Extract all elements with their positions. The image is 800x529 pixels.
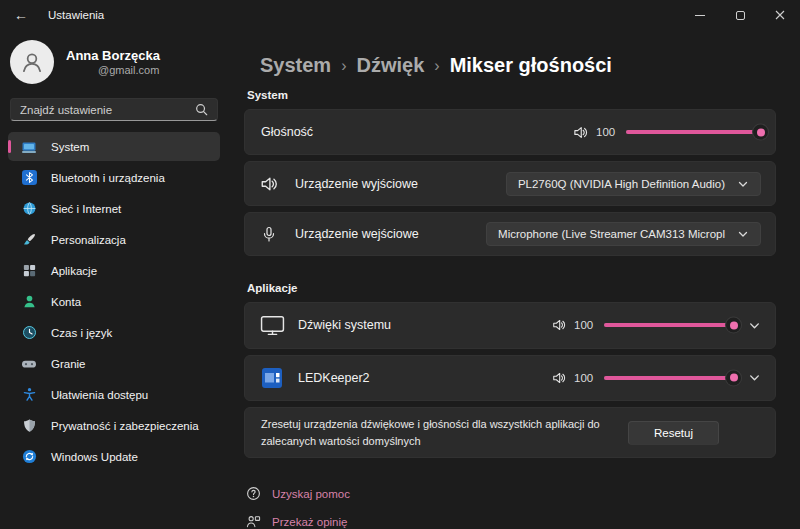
- ledkeeper-expander[interactable]: [748, 371, 761, 384]
- close-icon: [775, 10, 785, 20]
- chevron-down-icon: [737, 178, 749, 190]
- clock-icon: [21, 325, 37, 341]
- sidebar-item-label: System: [51, 141, 89, 153]
- volume-row: Głośność 100: [244, 109, 776, 155]
- sidebar: Anna Borzęcka @gmail.com System: [0, 30, 232, 529]
- get-help-link[interactable]: Uzyskaj pomoc: [246, 486, 776, 501]
- feedback-label: Przekaż opinię: [272, 516, 347, 528]
- chevron-down-icon: [737, 228, 749, 240]
- section-label-apps: Aplikacje: [247, 282, 776, 294]
- volume-slider-thumb[interactable]: [753, 125, 768, 140]
- accessibility-person-icon: [21, 387, 37, 403]
- search-input[interactable]: [20, 104, 195, 116]
- sidebar-item-system[interactable]: System: [8, 132, 220, 161]
- sidebar-item-label: Ułatwienia dostępu: [51, 389, 148, 401]
- close-button[interactable]: [760, 0, 800, 30]
- maximize-icon: [736, 11, 745, 20]
- speaker-icon[interactable]: [573, 125, 588, 140]
- system-sounds-expander[interactable]: [748, 319, 761, 332]
- sidebar-item-label: Windows Update: [51, 451, 138, 463]
- settings-window: ← Ustawienia Anna Borzęck: [0, 0, 800, 529]
- sidebar-item-label: Granie: [51, 358, 86, 370]
- reset-description: Zresetuj urządzenia dźwiękowe i głośnośc…: [261, 416, 628, 449]
- output-device-value: PL2760Q (NVIDIA High Definition Audio): [518, 178, 725, 190]
- help-icon: [246, 486, 261, 501]
- ledkeeper-slider[interactable]: [604, 376, 734, 380]
- sidebar-item-label: Personalizacja: [51, 234, 126, 246]
- system-sounds-slider[interactable]: [604, 323, 734, 327]
- sidebar-item-gaming[interactable]: Granie: [8, 349, 220, 378]
- paintbrush-icon: [21, 232, 37, 248]
- sidebar-item-accounts[interactable]: Konta: [8, 287, 220, 316]
- window-title: Ustawienia: [48, 9, 104, 21]
- slider-thumb[interactable]: [726, 370, 741, 385]
- output-device-row: Urządzenie wyjściowe PL2760Q (NVIDIA Hig…: [244, 161, 776, 205]
- apps-grid-icon: [21, 263, 37, 279]
- bluetooth-icon: [21, 170, 37, 186]
- sidebar-item-label: Konta: [51, 296, 81, 308]
- maximize-button[interactable]: [720, 0, 760, 30]
- search-box[interactable]: [10, 98, 218, 121]
- ledkeeper-row: LEDKeeper2 100: [244, 355, 776, 401]
- speaker-icon[interactable]: [552, 318, 566, 332]
- reset-row: Zresetuj urządzenia dźwiękowe i głośnośc…: [244, 407, 776, 458]
- sidebar-item-time-language[interactable]: Czas i język: [8, 318, 220, 347]
- sidebar-item-label: Aplikacje: [51, 265, 97, 277]
- breadcrumb-sound[interactable]: Dźwięk: [356, 54, 424, 77]
- back-arrow-icon: ←: [14, 7, 28, 23]
- input-device-row: Urządzenie wejściowe Microphone (Live St…: [244, 212, 776, 256]
- sidebar-nav: System Bluetooth i urządzenia Sieć i Int…: [8, 131, 220, 472]
- person-icon: [19, 49, 45, 75]
- feedback-icon: [246, 514, 261, 529]
- volume-slider[interactable]: [626, 130, 761, 134]
- minimize-button[interactable]: [680, 0, 720, 30]
- sidebar-item-label: Czas i język: [51, 327, 112, 339]
- footer-links: Uzyskaj pomoc Przekaż opinię: [246, 486, 776, 529]
- sidebar-item-windows-update[interactable]: Windows Update: [8, 442, 220, 471]
- slider-thumb[interactable]: [726, 318, 741, 333]
- system-icon: [21, 139, 37, 155]
- sidebar-item-accessibility[interactable]: Ułatwienia dostępu: [8, 380, 220, 409]
- user-name: Anna Borzęcka: [66, 48, 160, 63]
- shield-icon: [21, 418, 37, 434]
- microphone-icon: [259, 226, 279, 243]
- output-device-label: Urządzenie wyjściowe: [295, 177, 506, 191]
- sidebar-item-apps[interactable]: Aplikacje: [8, 256, 220, 285]
- gamepad-icon: [21, 356, 37, 372]
- system-sounds-volume-value: 100: [574, 319, 594, 331]
- avatar: [10, 40, 54, 84]
- search-icon: [195, 103, 208, 116]
- volume-label: Głośność: [261, 125, 573, 139]
- monitor-icon: [259, 315, 285, 336]
- input-device-value: Microphone (Live Streamer CAM313 Micropl: [498, 228, 725, 240]
- sidebar-item-label: Prywatność i zabezpieczenia: [51, 420, 199, 432]
- section-label-system: System: [247, 89, 776, 101]
- back-button[interactable]: ←: [0, 0, 42, 30]
- titlebar: ← Ustawienia: [0, 0, 800, 30]
- input-device-dropdown[interactable]: Microphone (Live Streamer CAM313 Micropl: [486, 222, 761, 246]
- sidebar-item-label: Sieć i Internet: [51, 203, 121, 215]
- globe-icon: [21, 201, 37, 217]
- user-email: @gmail.com: [66, 64, 160, 76]
- sidebar-item-network[interactable]: Sieć i Internet: [8, 194, 220, 223]
- reset-button[interactable]: Resetuj: [628, 421, 719, 445]
- main-content: System › Dźwięk › Mikser głośności Syste…: [232, 30, 800, 529]
- system-sounds-row: Dźwięki systemu 100: [244, 302, 776, 348]
- sidebar-item-bluetooth[interactable]: Bluetooth i urządzenia: [8, 163, 220, 192]
- minimize-icon: [695, 15, 705, 16]
- accounts-person-icon: [21, 294, 37, 310]
- sidebar-item-personalization[interactable]: Personalizacja: [8, 225, 220, 254]
- ledkeeper-app-icon: [259, 368, 285, 388]
- get-help-label: Uzyskaj pomoc: [272, 488, 350, 500]
- system-sounds-label: Dźwięki systemu: [298, 318, 552, 332]
- chevron-down-icon: [748, 371, 761, 384]
- breadcrumb-system[interactable]: System: [260, 54, 331, 77]
- update-arrows-icon: [21, 449, 37, 465]
- feedback-link[interactable]: Przekaż opinię: [246, 514, 776, 529]
- user-account[interactable]: Anna Borzęcka @gmail.com: [10, 40, 220, 84]
- ledkeeper-volume-value: 100: [574, 372, 594, 384]
- volume-value: 100: [596, 126, 616, 138]
- sidebar-item-privacy[interactable]: Prywatność i zabezpieczenia: [8, 411, 220, 440]
- output-device-dropdown[interactable]: PL2760Q (NVIDIA High Definition Audio): [506, 172, 761, 196]
- speaker-icon[interactable]: [552, 371, 566, 385]
